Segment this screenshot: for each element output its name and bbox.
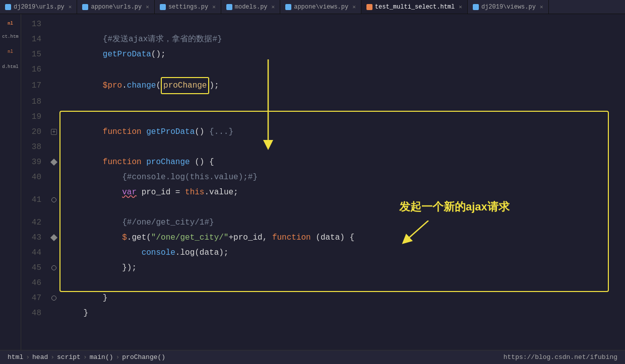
tab-icon: [285, 4, 291, 10]
code-editor[interactable]: 13 14 {#发送ajax请求，拿省的数据#} 15 getProData()…: [21, 14, 625, 350]
breadcrumb-main: main(): [90, 353, 113, 361]
line-number: 39: [21, 158, 49, 167]
breakpoint-icon: [50, 234, 57, 241]
code-line-45: 45 });: [21, 260, 625, 275]
fold-icon[interactable]: +: [51, 129, 57, 135]
close-icon[interactable]: ✕: [272, 4, 275, 10]
tab-label: models.py: [235, 4, 268, 11]
code-line-17: 17 $pro.change(proChange);: [21, 77, 625, 94]
code-content: 13 14 {#发送ajax请求，拿省的数据#} 15 getProData()…: [21, 14, 625, 321]
code-line-40: 40 {#console.log(this.value);#}: [21, 170, 625, 185]
close-icon[interactable]: ✕: [352, 4, 356, 10]
sidebar-item-1: nl: [0, 14, 21, 29]
line-gutter: [49, 296, 59, 301]
tab-label: dj2019\urls.py: [14, 4, 65, 11]
tab-models[interactable]: models.py ✕: [221, 0, 280, 14]
line-number: 46: [21, 278, 49, 287]
tab-icon: [82, 4, 88, 10]
close-icon[interactable]: ✕: [540, 4, 543, 10]
line-gutter: [49, 160, 59, 165]
editor-area: nl ct.htm nl d.html 13 14 {#发送ajax请求: [0, 14, 625, 350]
tab-bar: dj2019\urls.py ✕ appone\urls.py ✕ settin…: [0, 0, 625, 14]
tab-icon: [226, 4, 232, 10]
tab-label: dj2019\views.py: [481, 4, 536, 11]
close-icon[interactable]: ✕: [212, 4, 216, 10]
breadcrumb-sep: ›: [83, 353, 87, 361]
code-line-14: 14 {#发送ajax请求，拿省的数据#}: [21, 32, 625, 47]
tab-dj2019-views[interactable]: dj2019\views.py ✕: [468, 0, 549, 14]
breadcrumb-sep: ›: [116, 353, 120, 361]
code-line-39: 39 function proChange () {: [21, 155, 625, 170]
line-number: 41: [21, 195, 49, 204]
breadcrumb: html › head › script › main() › proChang…: [8, 353, 165, 361]
line-gutter: [49, 265, 59, 270]
code-line-16: 16: [21, 62, 625, 77]
dot-icon: [51, 296, 56, 301]
code-text: getProData();: [59, 47, 166, 62]
dot-icon: [51, 265, 56, 270]
line-number: 20: [21, 127, 49, 136]
line-number: 15: [21, 50, 49, 59]
code-text: });: [59, 260, 137, 275]
code-line-48: 48 }: [21, 306, 625, 321]
code-line-19: 19: [21, 109, 625, 124]
breadcrumb-sep: ›: [26, 353, 30, 361]
line-gutter: [49, 197, 59, 202]
tab-test-multi-select[interactable]: test_multi_select.html ✕: [361, 0, 468, 14]
code-line-18: 18: [21, 94, 625, 109]
tab-icon: [473, 4, 479, 10]
breadcrumb-prochange: proChange(): [122, 353, 165, 361]
close-icon[interactable]: ✕: [69, 4, 72, 10]
breadcrumb-head: head: [32, 353, 48, 361]
code-text: {#console.log(this.value);#}: [59, 170, 258, 185]
code-text: }: [59, 306, 88, 321]
code-text: }: [59, 290, 107, 306]
line-number: 45: [21, 263, 49, 272]
line-number: 38: [21, 142, 49, 152]
code-text: {#/one/get_city/1#}: [59, 215, 214, 230]
annotation-text: 发起一个新的ajax请求: [399, 199, 510, 214]
line-number: 17: [21, 81, 49, 90]
sidebar-item-4: d.html: [0, 59, 21, 75]
code-line-38: 38: [21, 139, 625, 155]
line-number: 42: [21, 218, 49, 227]
status-bar: html › head › script › main() › proChang…: [0, 350, 625, 364]
tab-icon: [366, 4, 372, 10]
code-line-15: 15 getProData();: [21, 47, 625, 62]
line-number: 47: [21, 294, 49, 303]
tab-urls-py-1[interactable]: dj2019\urls.py ✕: [0, 0, 77, 14]
line-number: 40: [21, 173, 49, 182]
line-gutter: +: [49, 129, 59, 135]
sidebar-item-2: ct.htm: [0, 29, 21, 44]
sidebar-item-3: nl: [0, 44, 21, 59]
sidebar: nl ct.htm nl d.html: [0, 14, 21, 350]
dot-icon: [51, 197, 56, 202]
code-line-43: 43 $.get("/one/get_city/"+pro_id, functi…: [21, 230, 625, 245]
line-number: 19: [21, 112, 49, 121]
tab-settings[interactable]: settings.py ✕: [155, 0, 221, 14]
tab-appone-views[interactable]: appone\views.py ✕: [280, 0, 361, 14]
breakpoint-icon: [50, 159, 57, 166]
code-line-13: 13: [21, 17, 625, 32]
line-number: 13: [21, 20, 49, 29]
close-icon[interactable]: ✕: [146, 4, 149, 10]
line-number: 44: [21, 248, 49, 257]
code-line-47: 47 }: [21, 290, 625, 306]
code-text: console.log(data);: [59, 245, 228, 260]
code-line-42: 42 {#/one/get_city/1#}: [21, 215, 625, 230]
code-line-44: 44 console.log(data);: [21, 245, 625, 260]
line-number: 48: [21, 309, 49, 318]
tab-label: test_multi_select.html: [375, 4, 455, 11]
tab-appone-urls[interactable]: appone\urls.py ✕: [77, 0, 154, 14]
close-icon[interactable]: ✕: [459, 4, 462, 10]
breadcrumb-html: html: [8, 353, 23, 361]
code-text: function getProData() {...}: [59, 124, 233, 139]
tab-icon: [5, 4, 11, 10]
line-number: 14: [21, 35, 49, 44]
code-text: $pro.change(proChange);: [59, 77, 219, 94]
tab-label: settings.py: [168, 4, 208, 11]
line-gutter: [49, 235, 59, 240]
breadcrumb-sep: ›: [50, 353, 54, 361]
line-number: 43: [21, 233, 49, 242]
line-number: 16: [21, 65, 49, 74]
